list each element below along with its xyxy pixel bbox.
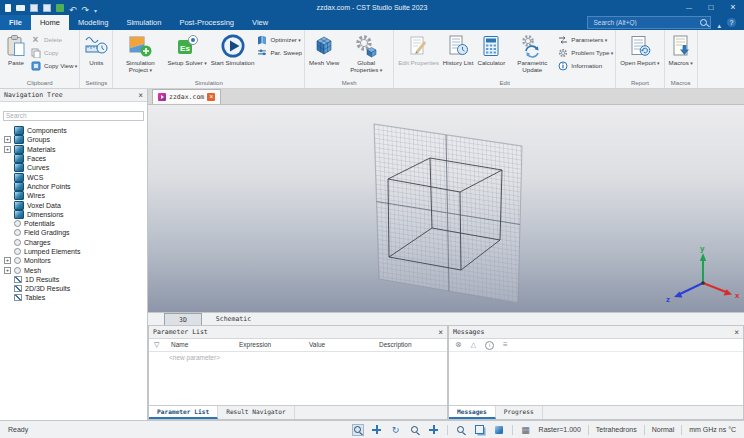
delete-button[interactable]: Delete [30, 34, 77, 45]
tree-item-components[interactable]: Components [0, 126, 147, 135]
navigation-tree-close-icon[interactable] [138, 91, 143, 100]
info-filter-icon[interactable] [485, 341, 494, 350]
zoom-select-tool-icon[interactable] [352, 424, 364, 436]
copy-button[interactable]: Copy [30, 47, 77, 58]
paste-button[interactable]: Paste [2, 31, 30, 79]
document-tab[interactable]: zzdax.com [152, 89, 221, 104]
tab-simulation[interactable]: Simulation [117, 15, 170, 30]
viewport-3d[interactable]: y x z [148, 105, 744, 312]
move-tool-icon[interactable] [371, 424, 383, 436]
navigation-search-input[interactable] [3, 111, 144, 121]
tree-item-curves[interactable]: Curves [0, 163, 147, 172]
tab-post-processing[interactable]: Post-Processing [170, 15, 243, 30]
tree-item-dimensions[interactable]: Dimensions [0, 210, 147, 219]
simulation-project-button[interactable]: Simulation Project [115, 31, 165, 79]
parameter-list-close-icon[interactable] [438, 328, 443, 337]
column-description[interactable]: Description [379, 341, 412, 348]
tree-item-2d-3d-results[interactable]: 2D/3D Results [0, 284, 147, 293]
warnings-filter-icon[interactable] [471, 341, 476, 349]
view-cube-icon[interactable] [493, 424, 505, 436]
tree-item-1d-results[interactable]: 1D Results [0, 275, 147, 284]
tree-item-wires[interactable]: Wires [0, 191, 147, 200]
new-project-icon[interactable] [5, 4, 11, 12]
tab-messages[interactable]: Messages [449, 406, 496, 419]
pan-tool-icon[interactable] [428, 424, 440, 436]
status-raster[interactable]: Raster=1.000 [539, 426, 581, 433]
save-icon[interactable] [30, 4, 38, 12]
units-button[interactable]: Units [82, 31, 110, 79]
column-expression[interactable]: Expression [239, 341, 271, 348]
parameters-button[interactable]: Parameters [557, 34, 613, 45]
errors-filter-icon[interactable] [455, 341, 462, 349]
tree-item-field-gradings[interactable]: Field Gradings [0, 228, 147, 237]
rotate-tool-icon[interactable] [390, 424, 402, 436]
message-list-icon[interactable] [503, 341, 508, 349]
history-list-button[interactable]: History List [441, 31, 476, 79]
tree-item-charges[interactable]: Charges [0, 238, 147, 247]
par-sweep-button[interactable]: Par. Sweep [256, 47, 302, 58]
collapse-ribbon-icon[interactable] [717, 14, 721, 32]
lumped-elements-icon [14, 248, 21, 255]
optimizer-button[interactable]: Optimizer [256, 34, 302, 45]
tree-item-lumped-elements[interactable]: Lumped Elements [0, 247, 147, 256]
column-name[interactable]: Name [171, 341, 188, 348]
tree-item-groups[interactable]: Groups [0, 135, 147, 144]
status-mode[interactable]: Normal [652, 426, 675, 433]
tree-item-materials[interactable]: Materials [0, 145, 147, 154]
problem-type-button[interactable]: Problem Type [557, 47, 613, 58]
parameters-icon [557, 34, 568, 45]
ribbon-group-macros: Macros Macros [665, 30, 698, 88]
filter-icon[interactable] [154, 341, 159, 349]
split-view-icon[interactable] [474, 424, 486, 436]
document-tab-close-icon[interactable] [207, 93, 215, 101]
tab-view[interactable]: View [243, 15, 277, 30]
open-project-icon[interactable] [16, 5, 25, 11]
tab-parameter-list[interactable]: Parameter List [149, 406, 218, 419]
messages-close-icon[interactable] [734, 328, 739, 337]
ribbon-search[interactable] [587, 16, 711, 29]
tree-item-faces[interactable]: Faces [0, 154, 147, 163]
setup-solver-button[interactable]: Es Setup Solver [165, 31, 208, 79]
import-icon[interactable] [56, 4, 64, 12]
expand-icon[interactable] [4, 257, 11, 264]
mesh-view-button[interactable]: Mesh View [307, 31, 341, 79]
global-properties-button[interactable]: Global Properties [341, 31, 391, 79]
tab-file[interactable]: File [0, 15, 31, 30]
tree-item-tables[interactable]: Tables [0, 293, 147, 302]
column-value[interactable]: Value [309, 341, 325, 348]
close-button[interactable] [722, 0, 744, 15]
edit-properties-button[interactable]: Edit Properties [396, 31, 441, 79]
tree-item-wcs[interactable]: WCS [0, 172, 147, 181]
tree-item-voxel-data[interactable]: Voxel Data [0, 200, 147, 209]
tree-item-anchor-points[interactable]: Anchor Points [0, 182, 147, 191]
expand-icon[interactable] [4, 136, 11, 143]
status-mesh-type[interactable]: Tetrahedrons [596, 426, 637, 433]
tab-home[interactable]: Home [31, 15, 69, 30]
expand-icon[interactable] [4, 146, 11, 153]
raster-icon[interactable] [520, 424, 532, 436]
tab-progress[interactable]: Progress [496, 406, 543, 419]
tree-item-potentials[interactable]: Potentials [0, 219, 147, 228]
new-parameter-row[interactable]: <new parameter> [149, 352, 447, 363]
calculator-button[interactable]: Calculator [475, 31, 507, 79]
parametric-update-button[interactable]: Parametric Update [507, 31, 557, 79]
help-icon[interactable] [727, 18, 736, 27]
minimize-button[interactable] [678, 0, 700, 15]
expand-icon[interactable] [4, 267, 11, 274]
macros-icon [669, 33, 693, 59]
tree-item-monitors[interactable]: Monitors [0, 256, 147, 265]
history-list-icon [446, 33, 470, 59]
zoom-fit-icon[interactable] [455, 424, 467, 436]
information-button[interactable]: Information [557, 60, 613, 71]
macros-button[interactable]: Macros [667, 31, 695, 79]
status-units[interactable]: mm GHz ns °C [689, 426, 736, 433]
open-report-button[interactable]: Open Report [618, 31, 661, 79]
tree-item-mesh[interactable]: Mesh [0, 265, 147, 274]
save-as-icon[interactable] [43, 4, 51, 12]
tab-modeling[interactable]: Modeling [69, 15, 117, 30]
start-simulation-button[interactable]: Start Simulation [209, 31, 257, 79]
search-input[interactable] [591, 18, 697, 27]
zoom-tool-icon[interactable] [409, 424, 421, 436]
tab-result-navigator[interactable]: Result Navigator [218, 406, 295, 419]
copy-view-button[interactable]: Copy View [30, 60, 77, 71]
